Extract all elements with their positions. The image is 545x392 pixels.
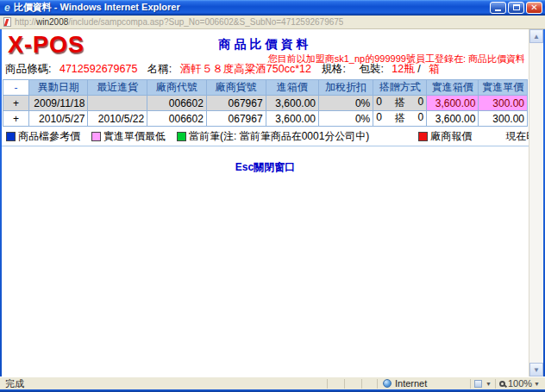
address-bar[interactable]: http://win2008/include/sampcompa.asp?Sup… [0, 16, 545, 29]
table-row: + 2010/5/27 2010/5/22 006602 067967 3,60… [3, 111, 528, 127]
product-name: 酒軒５８度高粱酒750cc*12 [180, 63, 311, 75]
zoom-level: 100% [508, 378, 532, 389]
collapse-all-header[interactable]: - [3, 80, 29, 96]
esc-close-hint: Esc關閉窗口 [2, 160, 529, 175]
chevron-down-icon: ▼ [485, 381, 492, 387]
table-header-row: - 異動日期 最近進貨 廠商代號 廠商貨號 進箱價 加稅折扣 搭贈方式 實進箱價… [3, 80, 528, 96]
table-row: + 2009/11/18 006602 067967 3,600.00 0% 0… [3, 96, 528, 111]
status-separator [361, 379, 377, 389]
legend-item: 廠商報價 [418, 129, 472, 144]
browser-window: e 比價資料 - Windows Internet Explorer ✕ htt… [0, 0, 545, 392]
address-url[interactable]: http://win2008/include/sampcompa.asp?Sup… [15, 17, 343, 27]
col-vendor-item: 廠商貨號 [206, 80, 266, 96]
maximize-icon [513, 4, 520, 10]
status-separator [327, 379, 342, 389]
minimize-button[interactable] [490, 2, 506, 14]
change-date-cell: 2010/5/27 [28, 111, 88, 127]
chevron-down-icon: ▼ [534, 381, 540, 387]
legend-item: 實進單價最低 [91, 129, 166, 144]
bundle-qty: 0 [376, 111, 382, 126]
zone-label: Internet [395, 378, 427, 389]
pack-unit: 箱 [429, 63, 440, 75]
scroll-down-icon[interactable]: ▼ [529, 363, 543, 376]
actual-box-price-cell: 3,600.00 [427, 96, 479, 111]
page-icon [3, 17, 11, 27]
bundle-word: 搭 [395, 111, 405, 126]
legend-label: 廠商報價 [430, 129, 472, 144]
ie-icon: e [4, 2, 10, 14]
url-host: win2008 [36, 17, 68, 27]
actual-box-price-cell: 3,600.00 [427, 111, 479, 127]
close-button[interactable]: ✕ [526, 2, 542, 14]
shield-icon [474, 380, 482, 388]
vendor-item-cell: 067967 [206, 111, 266, 127]
last-purchase-cell: 2010/5/22 [88, 111, 147, 127]
change-date-cell: 2009/11/18 [28, 96, 88, 111]
actual-unit-price-cell: 300.00 [479, 111, 528, 127]
current-record-color-icon [177, 132, 186, 141]
name-label: 名稱: [147, 63, 172, 75]
title-bar: e 比價資料 - Windows Internet Explorer ✕ [0, 0, 545, 16]
scrollbar-track[interactable] [529, 43, 543, 363]
vertical-scrollbar[interactable]: ▲ ▼ [529, 29, 543, 376]
col-tax-discount: 加稅折扣 [319, 80, 373, 96]
col-last-purchase: 最近進貨 [88, 80, 147, 96]
url-path: /include/sampcompa.asp?Sup_No=006602&S_S… [68, 17, 343, 27]
zoom-control[interactable]: 100% ▼ [495, 379, 543, 389]
col-actual-unit-price: 實進單價 [479, 80, 528, 96]
status-text: 完成 [2, 377, 325, 390]
tax-discount-cell: 0% [319, 111, 373, 127]
pack-label: 包裝: [359, 63, 383, 75]
reference-price-color-icon [6, 132, 16, 141]
last-purchase-cell [88, 96, 147, 111]
security-zone: Internet [377, 379, 470, 389]
expand-toggle[interactable]: + [3, 96, 29, 111]
legend-label: 當前筆(注: 當前筆商品在0001分公司中) [189, 129, 369, 144]
page-header: X-POS 商品比價資料 您目前以加盟商sk1_np的999999號員工登錄在:… [2, 29, 529, 79]
col-bundle: 搭贈方式 [373, 80, 427, 96]
col-vendor-code: 廠商代號 [147, 80, 207, 96]
minimize-icon [495, 9, 501, 11]
box-price-cell: 3,600.00 [266, 111, 318, 127]
actual-unit-price-cell: 300.00 [479, 96, 528, 111]
current-time: 現在時間: 2010/5/27 15:16:58 [505, 129, 529, 144]
bundle-cell: 0搭0 [373, 111, 427, 127]
price-comparison-table: - 異動日期 最近進貨 廠商代號 廠商貨號 進箱價 加稅折扣 搭贈方式 實進箱價… [3, 79, 528, 127]
pack-separator: / [417, 63, 420, 75]
bundle-gift: 0 [418, 111, 424, 126]
page-title: 商品比價資料 [2, 37, 529, 53]
legend-label: 實進單價最低 [103, 129, 166, 144]
bundle-gift: 0 [418, 96, 424, 110]
expand-toggle[interactable]: + [3, 111, 29, 127]
vendor-quote-color-icon [418, 132, 428, 141]
maximize-button[interactable] [508, 2, 524, 14]
color-legend: 商品檔參考價 實進單價最低 當前筆(注: 當前筆商品在0001分公司中) 廠商報… [2, 127, 529, 146]
protection-menu[interactable]: ▼ [470, 379, 495, 389]
vendor-code-cell: 006602 [147, 96, 207, 111]
col-actual-box-price: 實進箱價 [427, 80, 479, 96]
legend-label: 商品檔參考價 [18, 129, 80, 144]
tax-discount-cell: 0% [319, 96, 373, 111]
time-label: 現在時間: [505, 130, 529, 142]
scroll-up-icon[interactable]: ▲ [529, 29, 543, 43]
barcode-value: 4712592679675 [60, 63, 137, 75]
box-price-cell: 3,600.00 [266, 96, 318, 111]
url-protocol: http:// [15, 17, 36, 27]
legend-item: 當前筆(注: 當前筆商品在0001分公司中) [177, 129, 369, 144]
product-info-line: 商品條碼: 4712592679675 名稱: 酒軒５８度高粱酒750cc*12… [5, 62, 447, 77]
bundle-cell: 0搭0 [373, 96, 427, 111]
legend-item: 商品檔參考價 [6, 129, 80, 144]
spec-label: 規格: [321, 63, 345, 75]
bundle-qty: 0 [376, 96, 382, 110]
vendor-code-cell: 006602 [147, 111, 207, 127]
barcode-label: 商品條碼: [5, 63, 51, 75]
col-change-date: 異動日期 [28, 80, 88, 96]
page-content: X-POS 商品比價資料 您目前以加盟商sk1_np的999999號員工登錄在:… [2, 29, 529, 376]
vendor-item-cell: 067967 [206, 96, 266, 111]
lowest-price-color-icon [91, 132, 101, 141]
status-separator [344, 379, 360, 389]
internet-globe-icon [383, 379, 392, 388]
bundle-word: 搭 [395, 96, 405, 110]
pack-value: 12瓶 [392, 63, 414, 75]
status-bar: 完成 Internet ▼ 100% ▼ [0, 376, 545, 389]
